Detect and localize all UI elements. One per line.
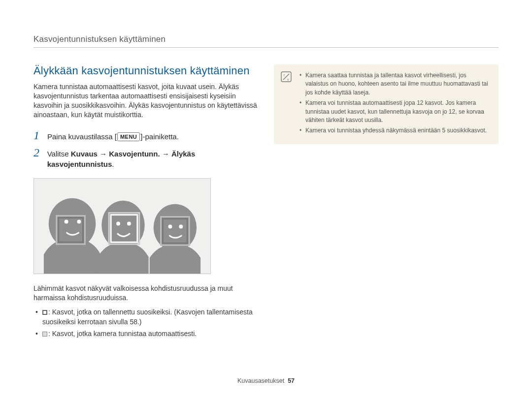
steps-list: 1 Paina kuvaustilassa [MENU]-painiketta.… [33,129,260,169]
legend-text: : Kasvot, jotka on tallennettu suosikeik… [42,308,253,326]
illustration-caption: Lähimmät kasvot näkyvät valkoisessa kohd… [33,284,260,303]
page-footer: Kuvausasetukset 57 [0,377,532,384]
note-item: Kamera voi tunnistaa automaattisesti jop… [299,99,491,124]
step-text-post: . [112,160,114,168]
step-text-pre: Paina kuvaustilassa [ [47,132,117,141]
step-1: 1 Paina kuvaustilassa [MENU]-painiketta. [33,129,260,142]
step-number: 2 [33,147,42,158]
step-text-pre: Valitse [47,150,71,158]
illustration-svg [34,179,210,274]
legend-text: : Kasvot, jotka kamera tunnistaa automaa… [48,330,197,338]
svg-point-10 [77,219,81,223]
note-item: Kamera voi tunnistaa yhdessä näkymässä e… [299,126,491,135]
step-2: 2 Valitse Kuvaus → Kasvojentunn. → Älykä… [33,147,260,169]
footer-label: Kuvausasetukset [237,377,284,384]
svg-point-14 [179,224,183,228]
step-number: 1 [33,129,42,141]
note-box: r v Kamera saattaa tunnistaa ja tallenta… [274,64,499,144]
svg-point-13 [168,224,172,228]
menu-badge: MENU [117,132,140,141]
legend-list: : Kasvot, jotka on tallennettu suosikeik… [33,307,260,339]
face-detection-illustration [33,178,211,274]
step-text: Valitse Kuvaus → Kasvojentunn. → Älykäs … [47,149,260,169]
running-head: Kasvojentunnistuksen käyttäminen [33,34,499,48]
svg-point-11 [116,221,120,225]
step-text: Paina kuvaustilassa [MENU]-painiketta. [47,131,179,142]
svg-point-2 [154,204,197,250]
note-item: Kamera saattaa tunnistaa ja tallentaa ka… [299,71,491,97]
white-box-icon [42,310,47,315]
left-column: Älykkään kasvojentunnistuksen käyttämine… [33,64,260,341]
svg-point-12 [127,221,131,225]
svg-text:v: v [287,78,289,81]
legend-item-favorite: : Kasvot, jotka on tallennettu suosikeik… [33,307,260,327]
legend-item-auto: : Kasvot, jotka kamera tunnistaa automaa… [33,329,260,339]
right-column: r v Kamera saattaa tunnistaa ja tallenta… [274,64,499,341]
intro-paragraph: Kamera tunnistaa automaattisesti kasvot,… [33,82,260,120]
note-icon: r v [281,71,292,82]
svg-text:r: r [284,73,285,77]
svg-point-9 [65,219,68,223]
section-title: Älykkään kasvojentunnistuksen käyttämine… [33,64,260,77]
grey-box-icon [42,332,47,337]
footer-page-number: 57 [288,377,295,384]
step-text-post: ]-painiketta. [140,132,179,141]
